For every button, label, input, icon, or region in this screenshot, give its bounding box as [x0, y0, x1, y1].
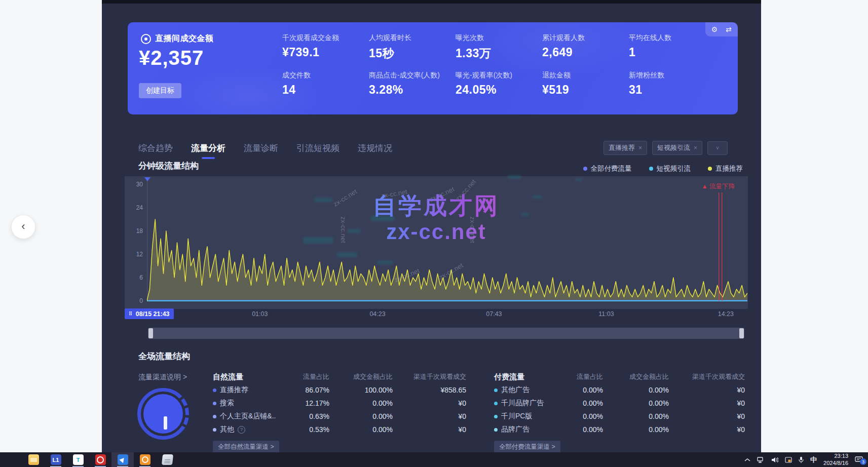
- taskbar-item-app-red-icon[interactable]: [89, 452, 111, 467]
- volume-icon[interactable]: [771, 457, 778, 463]
- table-row[interactable]: 直播推荐86.07%100.00%¥858.65: [213, 383, 466, 397]
- app-window-tray-icon[interactable]: [785, 457, 792, 463]
- metric-label: 曝光-观看率(次数): [456, 71, 542, 80]
- start-time-label: 08/15 21:43: [136, 310, 170, 318]
- minute-traffic-chart-panel: 3024181260 ▲ 流量下降 zx-cc.netzx-cc.netzx-c…: [125, 176, 748, 309]
- legend-item-全部付费流量[interactable]: 全部付费流量: [583, 164, 632, 173]
- taskbar-item-start-icon[interactable]: [0, 452, 22, 467]
- metric-value: ¥519: [542, 83, 628, 97]
- remove-tag-icon[interactable]: ×: [694, 144, 697, 151]
- natural-all-channels-link[interactable]: 全部自然流量渠道 >: [213, 441, 279, 452]
- tray-clock[interactable]: 23:13 2024/8/16: [823, 453, 848, 467]
- taskbar-item-app-orange-icon[interactable]: [134, 452, 156, 467]
- natural-table-name: 自然流量: [213, 372, 289, 382]
- metric-value: ¥739.1: [282, 46, 368, 59]
- info-icon[interactable]: ?: [238, 426, 245, 434]
- channel-label: 千川PC版: [494, 412, 565, 421]
- table-row[interactable]: 品牌广告0.00%0.00%¥0: [494, 423, 745, 436]
- y-tick-label: 0: [125, 297, 143, 304]
- drag-grip-icon: ⠿: [129, 311, 133, 317]
- filter-dropdown[interactable]: ˅: [707, 141, 728, 155]
- remove-tag-icon[interactable]: ×: [638, 144, 642, 151]
- table-row[interactable]: 其他广告0.00%0.00%¥0: [494, 383, 745, 397]
- channel-label: 品牌广告: [494, 425, 565, 434]
- taskbar-item-app-pointer-icon[interactable]: [111, 452, 134, 467]
- column-header: 流量占比: [565, 372, 603, 381]
- tab-流量诊断[interactable]: 流量诊断: [244, 142, 278, 159]
- channel-label: 千川品牌广告: [494, 399, 565, 408]
- gmv-share-value: 0.00%: [603, 412, 669, 420]
- create-goal-button[interactable]: 创建目标: [139, 83, 181, 98]
- tab-综合趋势[interactable]: 综合趋势: [138, 142, 173, 159]
- ime-indicator[interactable]: 中: [810, 455, 817, 464]
- legend-label: 短视频引流: [657, 164, 691, 173]
- tray-time: 23:13: [823, 453, 848, 460]
- column-header: 成交金额占比: [603, 372, 669, 381]
- tab-引流短视频[interactable]: 引流短视频: [296, 142, 339, 159]
- traffic-line-chart[interactable]: ▲ 流量下降: [147, 178, 747, 305]
- taskbar-item-file-explorer-icon[interactable]: [22, 452, 45, 467]
- notification-icon[interactable]: 3: [855, 456, 863, 463]
- tray-chevron-up-icon[interactable]: [744, 458, 750, 462]
- chevron-left-icon: ‹: [21, 221, 25, 232]
- metric-label: 累计观看人数: [542, 33, 628, 43]
- channel-name: 千川PC版: [501, 412, 532, 421]
- donut-disc: [143, 394, 183, 434]
- main-metric-value: ¥2,357: [139, 47, 204, 69]
- taskbar-item-app-teal-icon[interactable]: T: [67, 452, 89, 467]
- x-tick-label: 07:43: [486, 310, 502, 318]
- metric-1: 千次观看成交金额¥739.1: [282, 33, 368, 59]
- traffic-share-value: 86.07%: [289, 386, 329, 394]
- metric-10: 新增粉丝数31: [629, 71, 715, 97]
- traffic-share-value: 0.00%: [565, 425, 603, 434]
- table-row[interactable]: 其他?0.53%0.00%¥0: [213, 423, 466, 436]
- legend-item-直播推荐[interactable]: 直播推荐: [708, 164, 743, 173]
- column-header: 渠道千次观看成交: [393, 372, 466, 381]
- main-metric-title: 直播间成交金额: [141, 33, 214, 44]
- gpm-value: ¥0: [669, 399, 745, 407]
- network-icon[interactable]: [757, 457, 765, 463]
- channel-dot-icon: [494, 402, 498, 405]
- paid-traffic-table: 付费流量流量占比成交金额占比渠道千次观看成交其他广告0.00%0.00%¥0千川…: [494, 370, 745, 452]
- x-tick-label: 14:23: [718, 310, 734, 318]
- channel-name: 搜索: [220, 399, 234, 408]
- legend-item-短视频引流[interactable]: 短视频引流: [649, 164, 691, 173]
- tab-违规情况[interactable]: 违规情况: [358, 142, 392, 159]
- slider-handle-left[interactable]: [148, 328, 153, 338]
- column-header: 流量占比: [289, 372, 329, 381]
- filter-tag-label: 直播推荐: [609, 143, 635, 152]
- metric-label: 千次观看成交金额: [282, 33, 368, 43]
- gpm-value: ¥0: [393, 425, 466, 434]
- metric-7: 商品点击-成交率(人数)3.28%: [369, 71, 455, 97]
- chart-range-slider[interactable]: [148, 328, 744, 339]
- taskbar-item-notepad-icon[interactable]: [156, 452, 178, 467]
- microphone-icon[interactable]: [799, 456, 804, 463]
- traffic-share-value: 0.53%: [289, 425, 329, 434]
- gpm-value: ¥0: [393, 412, 466, 420]
- table-row[interactable]: 搜索12.17%0.00%¥0: [213, 397, 466, 410]
- taskbar-item-app-l1-icon[interactable]: L1: [45, 452, 67, 467]
- filter-tag-直播推荐[interactable]: 直播推荐×: [603, 141, 647, 155]
- back-button[interactable]: ‹: [11, 215, 35, 239]
- table-row[interactable]: 个人主页&店铺&..0.63%0.00%¥0: [213, 410, 466, 423]
- paid-table-name: 付费流量: [494, 372, 565, 382]
- traffic-donut-chart[interactable]: [137, 388, 189, 440]
- metric-2: 人均观看时长15秒: [369, 33, 455, 61]
- tab-流量分析[interactable]: 流量分析: [191, 142, 225, 159]
- slider-handle-right[interactable]: [739, 328, 744, 338]
- table-header-row: 付费流量流量占比成交金额占比渠道千次观看成交: [494, 370, 745, 383]
- channel-name: 其他广告: [501, 385, 530, 395]
- x-tick-label: 04:23: [369, 310, 385, 318]
- filter-tag-短视频引流[interactable]: 短视频引流×: [652, 141, 702, 155]
- watermark-text: zx-cc.net: [339, 216, 347, 243]
- gmv-share-value: 0.00%: [603, 399, 669, 407]
- time-range-start-chip[interactable]: ⠿ 08/15 21:43: [125, 308, 174, 319]
- y-tick-label: 30: [125, 181, 143, 188]
- paid-all-channels-link[interactable]: 全部付费流量渠道 >: [494, 441, 560, 452]
- metric-label: 新增粉丝数: [629, 71, 715, 80]
- notepad-icon: [161, 454, 173, 465]
- channel-help-link[interactable]: 流量渠道说明 >: [138, 373, 187, 382]
- metric-label: 平均在线人数: [629, 33, 715, 43]
- table-row[interactable]: 千川品牌广告0.00%0.00%¥0: [494, 397, 745, 410]
- table-row[interactable]: 千川PC版0.00%0.00%¥0: [494, 410, 745, 423]
